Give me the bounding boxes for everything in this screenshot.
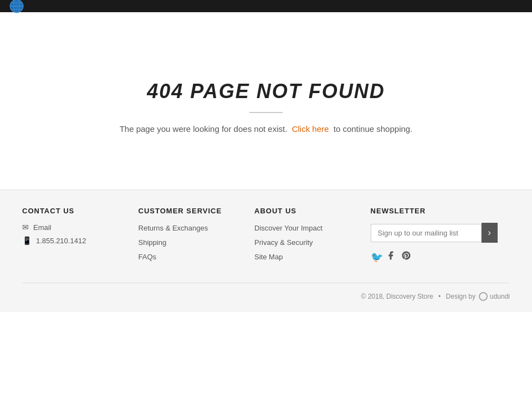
- discover-impact-link[interactable]: Discover Your Impact: [254, 224, 323, 232]
- logo[interactable]: [7, 0, 27, 16]
- udundi-name: udundi: [490, 293, 510, 300]
- error-message-before: The page you were looking for does not e…: [120, 124, 288, 134]
- social-icons: 🐦: [371, 250, 510, 263]
- separator: •: [437, 293, 443, 300]
- newsletter-submit-button[interactable]: ›: [482, 223, 498, 243]
- error-title: 404 PAGE NOT FOUND: [147, 80, 385, 103]
- customer-service-links: Returns & Exchanges Shipping FAQs: [139, 223, 255, 262]
- header: [0, 0, 532, 12]
- list-item: FAQs: [139, 252, 255, 262]
- email-icon: ✉: [22, 223, 29, 232]
- error-message-after: to continue shopping.: [334, 124, 413, 134]
- faqs-link[interactable]: FAQs: [139, 253, 157, 261]
- list-item: Site Map: [254, 252, 371, 262]
- contact-email: ✉ Email: [22, 223, 139, 232]
- footer-customer-service: CUSTOMER SERVICE Returns & Exchanges Shi…: [139, 207, 255, 266]
- footer-columns: CONTACT US ✉ Email 📱 1.855.210.1412 CUST…: [22, 207, 510, 266]
- pinterest-icon[interactable]: [401, 250, 411, 263]
- newsletter-form: ›: [371, 223, 510, 243]
- list-item: Shipping: [139, 237, 255, 247]
- phone-number: 1.855.210.1412: [36, 237, 86, 245]
- contact-phone: 📱 1.855.210.1412: [22, 236, 139, 245]
- email-link[interactable]: Email: [33, 223, 52, 232]
- phone-icon: 📱: [22, 236, 32, 245]
- contact-us-heading: CONTACT US: [22, 207, 139, 215]
- customer-service-heading: CUSTOMER SERVICE: [139, 207, 255, 215]
- main-content: 404 PAGE NOT FOUND The page you were loo…: [0, 12, 532, 190]
- footer-newsletter: NEWSLETTER › 🐦: [371, 207, 510, 266]
- newsletter-input[interactable]: [371, 224, 482, 242]
- list-item: Discover Your Impact: [254, 223, 371, 233]
- copyright-text: © 2018, Discovery Store: [361, 293, 433, 300]
- facebook-icon[interactable]: 🐦: [371, 250, 396, 263]
- error-message: The page you were looking for does not e…: [120, 124, 413, 134]
- footer: CONTACT US ✉ Email 📱 1.855.210.1412 CUST…: [0, 190, 532, 312]
- footer-contact-us: CONTACT US ✉ Email 📱 1.855.210.1412: [22, 207, 139, 266]
- footer-about-us: ABOUT US Discover Your Impact Privacy & …: [254, 207, 371, 266]
- udundi-circle-icon: [479, 292, 488, 301]
- about-us-heading: ABOUT US: [254, 207, 371, 215]
- udundi-logo: udundi: [479, 292, 510, 301]
- error-divider: [249, 112, 283, 113]
- privacy-security-link[interactable]: Privacy & Security: [254, 238, 313, 247]
- returns-exchanges-link[interactable]: Returns & Exchanges: [139, 224, 208, 232]
- list-item: Privacy & Security: [254, 237, 371, 247]
- globe-icon: [9, 0, 24, 14]
- site-map-link[interactable]: Site Map: [254, 253, 283, 261]
- about-us-links: Discover Your Impact Privacy & Security …: [254, 223, 371, 262]
- design-by-text: Design by: [446, 293, 475, 300]
- footer-bottom-content: © 2018, Discovery Store • Design by udun…: [361, 292, 510, 301]
- pinterest-svg: [401, 250, 411, 260]
- facebook-svg: [386, 250, 396, 260]
- footer-bottom: © 2018, Discovery Store • Design by udun…: [22, 283, 510, 301]
- list-item: Returns & Exchanges: [139, 223, 255, 233]
- click-here-link[interactable]: Click here: [292, 124, 329, 134]
- shipping-link[interactable]: Shipping: [139, 238, 167, 247]
- newsletter-heading: NEWSLETTER: [371, 207, 510, 215]
